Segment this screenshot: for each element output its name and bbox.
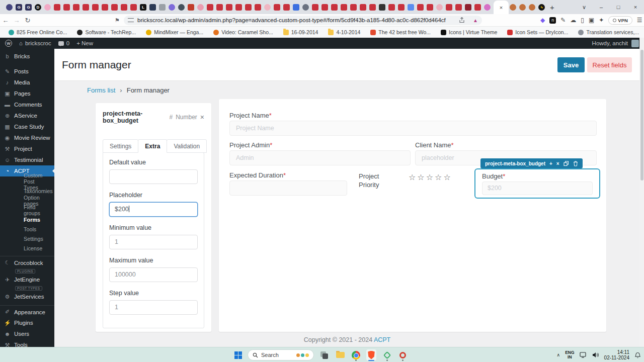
pinned-tab-favicon[interactable] (302, 4, 309, 11)
reset-fields-button[interactable]: Reset fields (587, 57, 632, 72)
pinned-tab-favicon[interactable] (510, 4, 516, 11)
bookmark-item[interactable]: Software - TechRep... (73, 28, 139, 37)
scrollbar-thumb[interactable] (640, 50, 643, 180)
sidebar-item[interactable]: Settings (0, 234, 54, 243)
sidebar-item[interactable]: ✐ Appearance (0, 305, 54, 317)
bookmark-item[interactable]: Icon Sets — DryIcon... (504, 28, 572, 37)
forward-icon[interactable]: → (11, 17, 22, 24)
delete-icon[interactable] (573, 161, 578, 166)
sidebar-item[interactable]: ✈ JetEngine (0, 274, 54, 285)
pinned-tab-favicon[interactable] (102, 4, 108, 11)
star-icon[interactable]: ☆ (417, 173, 426, 182)
pinned-tab-favicon[interactable] (178, 4, 185, 11)
pinned-tab-favicon[interactable] (216, 4, 223, 11)
pinned-tab-favicon[interactable]: G (16, 4, 22, 11)
star-icon[interactable]: ☆ (426, 173, 435, 182)
acpt-link[interactable]: ACPT (374, 336, 390, 343)
bookmark-item[interactable]: 825 Free Online Co... (5, 28, 70, 37)
pinned-tab-favicon[interactable] (379, 4, 385, 11)
pinned-tab-favicon[interactable] (369, 4, 376, 11)
pinned-tab-favicon[interactable] (83, 4, 89, 11)
chrome-icon[interactable] (351, 349, 361, 360)
pinned-tab-favicon[interactable] (63, 4, 70, 11)
pinned-tab-favicon[interactable] (226, 4, 232, 11)
tab-search-icon[interactable]: ∨ (576, 4, 593, 11)
sidebar-item[interactable]: ♪ Media (0, 77, 54, 88)
clock[interactable]: 14:11 02-11-2024 (604, 349, 629, 360)
pinned-tab-favicon[interactable] (331, 4, 338, 11)
star-icon[interactable]: ☆ (435, 173, 443, 182)
admin-bar-comments[interactable]: 0 (58, 40, 69, 46)
field-setting-input[interactable]: 1 (109, 235, 198, 249)
pinned-tab-favicon[interactable] (264, 4, 271, 11)
admin-bar-account[interactable]: Howdy, anchit (592, 40, 639, 47)
sidebar-item[interactable]: ▬ Comments (0, 99, 54, 110)
bookmark-item[interactable]: The 42 best free Wo... (367, 28, 434, 37)
budget-field-highlight[interactable]: Budget* $200 (474, 168, 600, 199)
network-icon[interactable] (580, 352, 587, 358)
bookmark-item[interactable]: Translation services,... (575, 28, 642, 37)
extension-ghost-icon[interactable]: ☁ (570, 17, 576, 24)
start-button-icon[interactable] (234, 351, 242, 359)
pinned-tab-favicon[interactable]: L (140, 4, 146, 11)
brave-browser-icon[interactable] (366, 349, 376, 360)
bookmark-item[interactable]: MindMixer — Enga... (142, 28, 207, 37)
field-setting-input[interactable]: 1 (109, 300, 198, 315)
tray-chevron-icon[interactable]: ∧ (557, 352, 560, 357)
pinned-tab-favicon[interactable] (408, 4, 414, 11)
admin-bar-new[interactable]: + New (76, 40, 93, 46)
pinned-tab-favicon[interactable] (235, 4, 242, 11)
project-name-input[interactable]: Project Name (229, 121, 597, 136)
task-view-icon[interactable] (319, 349, 330, 360)
sidebar-item[interactable]: ✎ Posts (0, 66, 54, 77)
extension-wallet-icon[interactable]: ▣ (589, 17, 594, 24)
pinned-tab-favicon[interactable] (159, 4, 166, 11)
bookmark-item[interactable]: Video: Caramel Sho... (210, 28, 277, 37)
pinned-tab-favicon[interactable] (283, 4, 290, 11)
sidebar-item[interactable]: ⚡ Plugins (0, 317, 54, 328)
field-panel-tab[interactable]: Validation (167, 139, 207, 153)
sidebar-item[interactable]: PLUGINS (0, 268, 54, 274)
project-admin-input[interactable]: Admin (229, 150, 411, 165)
pinned-tab-favicon[interactable] (417, 4, 424, 11)
reload-icon[interactable]: ↻ (22, 17, 33, 24)
pinned-tab-favicon[interactable] (360, 4, 366, 11)
admin-bar-site[interactable]: ⌂ brickscroc (19, 40, 51, 46)
pinned-tab-favicon[interactable] (44, 4, 51, 11)
pinned-tab-favicon[interactable] (111, 4, 118, 11)
sidebar-item[interactable]: b Bricks (0, 51, 54, 62)
pinned-tab-favicon[interactable] (6, 4, 13, 11)
budget-input[interactable]: $200 (482, 182, 593, 195)
pinned-tab-favicon[interactable] (121, 4, 127, 11)
sidebar-item[interactable]: Tools (0, 224, 54, 234)
sidebar-item[interactable]: ☺ Testimonial (0, 154, 54, 165)
pinned-tab-favicon[interactable] (188, 4, 194, 11)
pinned-tab-favicon[interactable] (274, 4, 280, 11)
address-bar[interactable]: brickscroc.local/wp-admin/admin.php?page… (124, 16, 482, 25)
pinned-tab-favicon[interactable] (312, 4, 318, 11)
sidebar-item[interactable]: Forms (0, 215, 54, 224)
deselect-icon[interactable]: × (556, 161, 559, 166)
star-icon[interactable]: ☆ (443, 173, 452, 182)
pinned-tab-favicon[interactable] (427, 4, 433, 11)
bookmark-item[interactable]: 16-09-2014 (280, 28, 322, 37)
site-settings-icon[interactable] (128, 18, 134, 22)
pinned-tab-favicon[interactable] (255, 4, 261, 11)
sidebar-item[interactable]: ▣ Pages (0, 88, 54, 99)
pinned-tab-favicon[interactable] (455, 4, 462, 11)
field-panel-tab[interactable]: Settings (103, 139, 138, 153)
sidebar-item[interactable]: License (0, 243, 54, 253)
notification-bell-icon[interactable] (634, 352, 641, 358)
red-circle-app-icon[interactable] (397, 349, 408, 360)
pinned-tab-favicon[interactable] (474, 4, 481, 11)
url-text[interactable]: brickscroc.local/wp-admin/admin.php?page… (137, 17, 455, 23)
pinned-tab-favicon[interactable] (207, 4, 213, 11)
sidebar-item[interactable]: ⚒ Tools (0, 339, 54, 347)
adblock-triangle-icon[interactable]: ▲ (473, 18, 478, 23)
sidebar-item[interactable]: ☻ Users (0, 328, 54, 339)
pinned-tab-favicon[interactable] (436, 4, 443, 11)
pinned-tab-favicon[interactable] (388, 4, 395, 11)
extension-sparkle-icon[interactable]: ✦ (599, 17, 604, 24)
pinned-tab-favicon[interactable] (245, 4, 252, 11)
speaker-icon[interactable] (592, 352, 599, 358)
